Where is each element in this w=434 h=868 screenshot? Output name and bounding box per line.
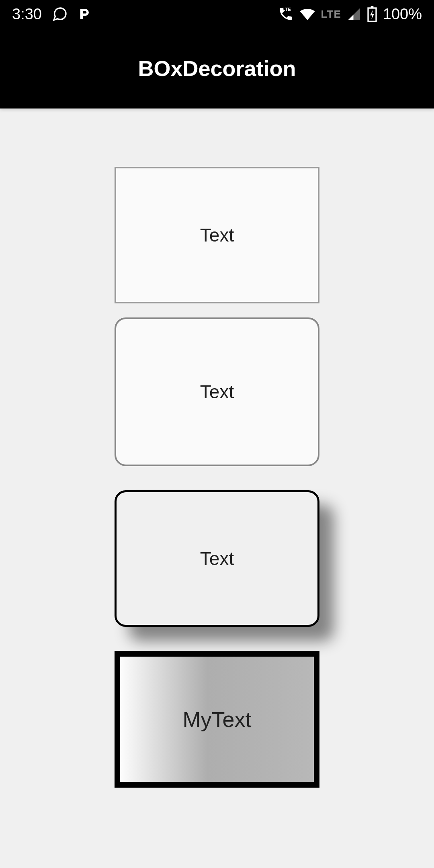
app-bar: BOxDecoration <box>0 28 434 108</box>
whatsapp-icon <box>52 6 68 22</box>
wifi-icon <box>299 6 315 22</box>
box1-text: Text <box>200 224 234 246</box>
content-area: Text Text Text MyText <box>0 108 434 788</box>
status-right-group: LTE LTE 100% <box>278 6 422 23</box>
box-rounded-border: Text <box>115 317 319 466</box>
cellular-signal-icon <box>347 7 361 21</box>
battery-charging-icon <box>367 6 377 22</box>
svg-text:LTE: LTE <box>282 6 291 12</box>
app-title: BOxDecoration <box>138 56 296 81</box>
lte-sim2-label: LTE <box>321 8 341 20</box>
box3-text: Text <box>200 548 234 569</box>
status-left-group: 3:30 <box>12 6 92 23</box>
status-time: 3:30 <box>12 6 42 23</box>
volte-phone-icon: LTE <box>278 6 294 22</box>
box-gradient: MyText <box>115 651 319 788</box>
battery-percentage: 100% <box>383 6 422 23</box>
status-bar: 3:30 LTE LTE <box>0 0 434 28</box>
box2-text: Text <box>200 381 234 403</box>
box-plain-border: Text <box>115 167 319 303</box>
box-shadow: Text <box>115 490 319 627</box>
box4-text: MyText <box>182 707 251 732</box>
svg-rect-2 <box>371 6 373 8</box>
box-shadow-wrap: Text <box>115 490 319 627</box>
pandora-icon <box>78 7 92 21</box>
